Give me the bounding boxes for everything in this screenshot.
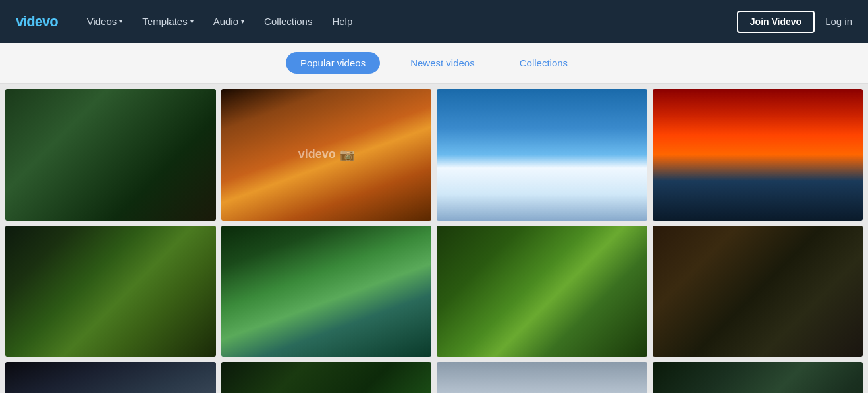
list-item[interactable] [5,89,216,221]
nav-right: Join Videvo Log in [737,11,852,33]
list-item[interactable] [653,89,863,221]
nav-help[interactable]: Help [324,11,360,32]
tab-popular-videos[interactable]: Popular videos [286,52,380,74]
list-item[interactable] [437,226,647,357]
nav-collections[interactable]: Collections [256,11,320,32]
nav-videos-label: Videos [87,16,117,27]
navbar: videvo Videos ▾ Templates ▾ Audio ▾ Coll… [0,0,868,43]
list-item[interactable] [5,362,216,393]
chevron-down-icon: ▾ [241,18,244,25]
tab-newest-videos[interactable]: Newest videos [396,52,489,74]
nav-help-label: Help [332,16,352,27]
list-item[interactable] [437,89,647,221]
logo[interactable]: videvo [16,13,58,30]
nav-templates[interactable]: Templates ▾ [134,11,201,32]
nav-collections-label: Collections [264,16,312,27]
tabs-bar: Popular videos Newest videos Collections [0,43,868,84]
list-item[interactable] [221,226,432,357]
list-item[interactable] [5,226,216,357]
camera-icon: 📷 [340,147,354,162]
chevron-down-icon: ▾ [119,18,122,25]
watermark-text: videvo [298,147,336,161]
nav-items: Videos ▾ Templates ▾ Audio ▾ Collections… [79,11,737,32]
list-item[interactable] [221,362,432,393]
login-button[interactable]: Log in [825,16,852,27]
join-button[interactable]: Join Videvo [737,11,815,33]
video-grid: videvo 📷 [0,84,868,393]
list-item[interactable] [437,362,647,393]
chevron-down-icon: ▾ [190,18,194,25]
list-item[interactable]: videvo 📷 [221,89,432,221]
nav-videos[interactable]: Videos ▾ [79,11,131,32]
nav-templates-label: Templates [142,16,187,27]
logo-text: videvo [16,13,58,30]
tab-collections[interactable]: Collections [505,52,582,74]
list-item[interactable] [653,362,863,393]
watermark: videvo 📷 [298,147,354,162]
nav-audio-label: Audio [213,16,238,27]
nav-audio[interactable]: Audio ▾ [205,11,252,32]
list-item[interactable] [653,226,863,357]
